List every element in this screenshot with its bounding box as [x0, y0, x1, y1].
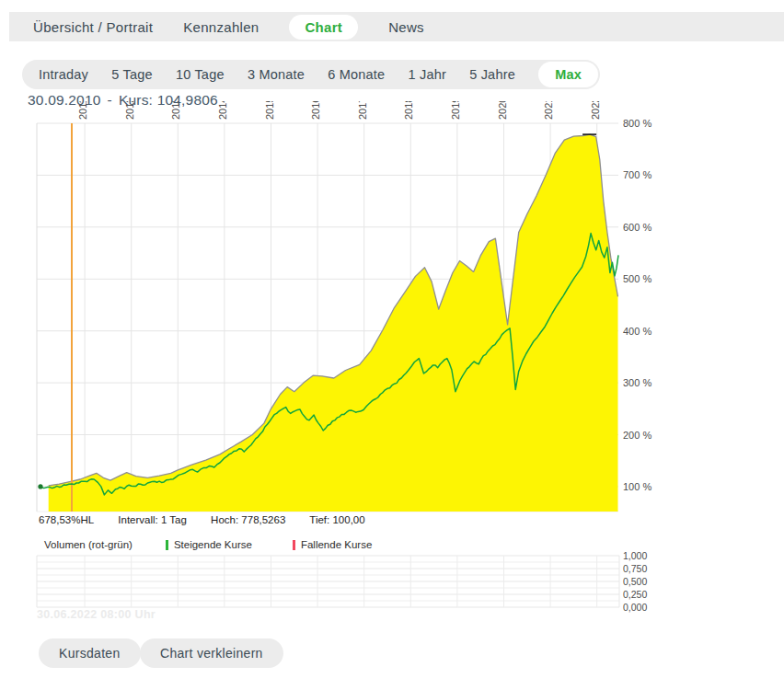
falling-prices-swatch-icon — [293, 540, 295, 550]
svg-text:2012: 2012 — [124, 101, 135, 120]
range-tab-intraday[interactable]: Intraday — [39, 67, 88, 82]
kursdaten-button[interactable]: Kursdaten — [39, 638, 141, 668]
range-tab-6-monate[interactable]: 6 Monate — [328, 67, 385, 82]
range-tab-bar: Intraday5 Tage10 Tage3 Monate6 Monate1 J… — [22, 60, 600, 89]
range-tab-1-jahr[interactable]: 1 Jahr — [408, 67, 446, 82]
range-tab-5-jahre[interactable]: 5 Jahre — [469, 67, 515, 82]
range-tab-5-tage[interactable]: 5 Tage — [111, 67, 152, 82]
range-tab-3-monate[interactable]: 3 Monate — [248, 67, 305, 82]
range-tab-max[interactable]: Max — [538, 62, 598, 87]
interval-value: Intervall: 1 Tag — [118, 514, 187, 525]
svg-text:500 %: 500 % — [623, 273, 651, 284]
svg-text:2017: 2017 — [357, 101, 368, 120]
svg-text:0,250: 0,250 — [623, 589, 647, 600]
range-tab-10-tage[interactable]: 10 Tage — [176, 67, 225, 82]
svg-text:0,000: 0,000 — [623, 602, 647, 613]
svg-text:100 %: 100 % — [623, 481, 651, 492]
rising-prices-label: Steigende Kurse — [174, 539, 252, 550]
chart-info-row: 678,53%HL Intervall: 1 Tag Hoch: 778,526… — [39, 514, 386, 525]
tab-bersicht-portrait[interactable]: Übersicht / Portrait — [33, 19, 153, 35]
chart-page: Übersicht / PortraitKennzahlenChartNews … — [0, 0, 784, 690]
tab-kennzahlen[interactable]: Kennzahlen — [183, 19, 259, 35]
timestamp-watermark: 30.06.2022 08:00 Uhr — [37, 608, 156, 621]
svg-text:2019: 2019 — [450, 101, 461, 120]
falling-prices-label: Fallende Kurse — [301, 539, 372, 550]
svg-text:2011: 2011 — [77, 101, 88, 120]
chart-verkleinern-button[interactable]: Chart verkleinern — [140, 638, 283, 668]
svg-text:2014: 2014 — [217, 101, 228, 120]
svg-text:800 %: 800 % — [623, 118, 651, 129]
volume-legend: Volumen (rot-grün) Steigende Kurse Falle… — [44, 539, 412, 550]
hl-span-value: 678,53%HL — [39, 514, 94, 525]
main-chart-svg[interactable]: 2011201220132014201520162017201820192020… — [0, 101, 699, 534]
svg-text:2022: 2022 — [590, 101, 601, 120]
svg-text:0,500: 0,500 — [623, 576, 647, 587]
hoch-value: Hoch: 778,5263 — [211, 514, 285, 525]
tab-news[interactable]: News — [388, 19, 424, 35]
tab-chart[interactable]: Chart — [289, 15, 358, 40]
svg-text:2015: 2015 — [264, 101, 275, 120]
svg-text:200 %: 200 % — [623, 430, 651, 441]
svg-text:2016: 2016 — [310, 101, 321, 120]
top-tab-bar: Übersicht / PortraitKennzahlenChartNews — [9, 12, 784, 41]
svg-text:2013: 2013 — [170, 101, 181, 120]
svg-text:300 %: 300 % — [623, 377, 651, 388]
svg-text:0,750: 0,750 — [623, 563, 647, 574]
svg-text:2020: 2020 — [497, 101, 508, 120]
svg-text:700 %: 700 % — [623, 169, 651, 180]
svg-text:600 %: 600 % — [623, 222, 651, 233]
tief-value: Tief: 100,00 — [309, 514, 364, 525]
svg-text:1,000: 1,000 — [623, 550, 647, 561]
rising-prices-swatch-icon — [166, 540, 168, 550]
volume-legend-title: Volumen (rot-grün) — [44, 539, 133, 550]
svg-text:2021: 2021 — [543, 101, 554, 120]
svg-text:400 %: 400 % — [623, 326, 651, 337]
svg-text:2018: 2018 — [403, 101, 414, 120]
